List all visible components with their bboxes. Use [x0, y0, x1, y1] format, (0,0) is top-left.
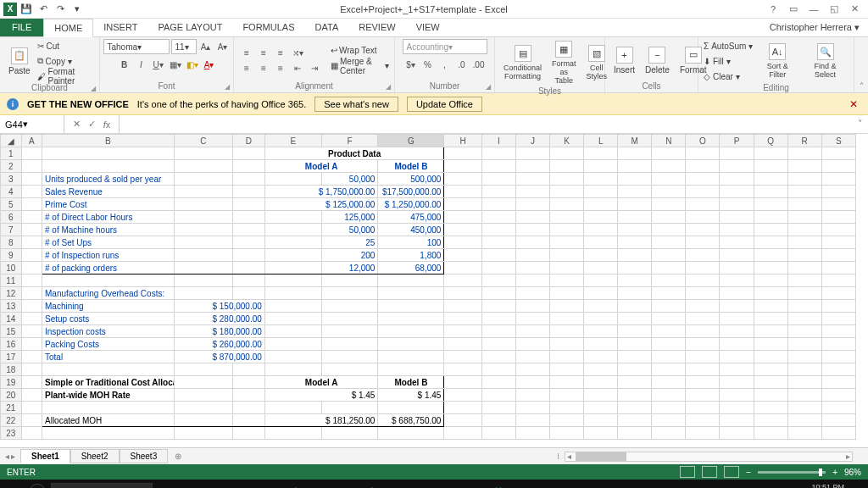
cell-D9[interactable] — [232, 249, 264, 262]
accept-entry-icon[interactable]: ✓ — [85, 119, 98, 130]
cell-P11[interactable] — [720, 274, 754, 287]
clear-button[interactable]: ◇ Clear ▾ — [704, 69, 753, 83]
cell-R7[interactable] — [787, 224, 821, 236]
cell-F17[interactable] — [321, 351, 378, 363]
cell-O14[interactable] — [686, 313, 720, 325]
cell-H2[interactable] — [444, 160, 482, 173]
cell-H21[interactable] — [444, 402, 482, 414]
cell-L3[interactable] — [584, 173, 618, 186]
collapse-ribbon-icon[interactable]: ˄ — [854, 37, 868, 92]
cell-L2[interactable] — [584, 160, 618, 173]
cell-A10[interactable] — [21, 262, 42, 274]
maximize-icon[interactable]: ◱ — [826, 3, 843, 14]
col-header-G[interactable]: G — [378, 135, 444, 147]
cell-E13[interactable] — [264, 300, 321, 313]
cell-E23[interactable] — [264, 427, 321, 440]
cell-S3[interactable] — [821, 173, 855, 186]
cell-D11[interactable] — [232, 274, 264, 287]
cell-I9[interactable] — [481, 249, 515, 262]
ribbon-tab-formulas[interactable]: FORMULAS — [232, 19, 304, 36]
cell-D2[interactable] — [232, 160, 264, 173]
cell-D1[interactable] — [232, 147, 264, 160]
cell-M11[interactable] — [618, 274, 652, 287]
align-bot-icon[interactable]: ≡ — [273, 46, 288, 59]
col-header-A[interactable]: A — [21, 135, 42, 147]
cell-K18[interactable] — [550, 363, 584, 376]
cell-N22[interactable] — [652, 414, 686, 427]
undo-icon[interactable]: ↶ — [36, 2, 51, 17]
cell-K14[interactable] — [550, 313, 584, 325]
cell-I16[interactable] — [481, 338, 515, 351]
orientation-icon[interactable]: ⤭▾ — [290, 46, 305, 59]
cell-N18[interactable] — [652, 363, 686, 376]
find-select-button[interactable]: 🔍Find & Select — [802, 42, 849, 80]
cell-E14[interactable] — [264, 313, 321, 325]
cell-M3[interactable] — [618, 173, 652, 186]
dec-indent-icon[interactable]: ⇤ — [290, 61, 305, 75]
underline-button[interactable]: U ▾ — [151, 58, 166, 71]
cell-M20[interactable] — [618, 389, 652, 402]
cell-O20[interactable] — [686, 389, 720, 402]
cell-I13[interactable] — [481, 300, 515, 313]
cell-L10[interactable] — [584, 262, 618, 274]
cell-G13[interactable] — [378, 300, 444, 313]
align-right-icon[interactable]: ≡ — [273, 61, 288, 75]
ribbon-tab-insert[interactable]: INSERT — [93, 19, 147, 36]
cell-S15[interactable] — [821, 325, 855, 338]
minimize-icon[interactable]: — — [805, 4, 822, 14]
cell-B13[interactable]: Machining — [42, 300, 175, 313]
cell-S22[interactable] — [821, 414, 855, 427]
cell-M15[interactable] — [618, 325, 652, 338]
cell-M10[interactable] — [618, 262, 652, 274]
cell-J3[interactable] — [516, 173, 550, 186]
cell-L15[interactable] — [584, 325, 618, 338]
cell-E8[interactable] — [264, 236, 321, 249]
cell-I1[interactable] — [481, 147, 515, 160]
cell-G17[interactable] — [378, 351, 444, 363]
app-icon[interactable]: a — [336, 483, 356, 488]
cell-A3[interactable] — [21, 173, 42, 186]
cell-I10[interactable] — [481, 262, 515, 274]
cell-B1[interactable] — [42, 147, 175, 160]
cell-I2[interactable] — [481, 160, 515, 173]
cell-P9[interactable] — [720, 249, 754, 262]
cell-K20[interactable] — [550, 389, 584, 402]
cell-P18[interactable] — [720, 363, 754, 376]
cell-Q3[interactable] — [754, 173, 787, 186]
cell-L20[interactable] — [584, 389, 618, 402]
cell-Q22[interactable] — [754, 414, 787, 427]
select-all-corner[interactable]: ◢ — [1, 135, 22, 147]
zoom-in-button[interactable]: + — [832, 468, 837, 477]
cell-K9[interactable] — [550, 249, 584, 262]
cell-L5[interactable] — [584, 198, 618, 211]
cell-P16[interactable] — [720, 338, 754, 351]
cell-N8[interactable] — [652, 236, 686, 249]
cell-B21[interactable] — [42, 402, 175, 414]
cell-C6[interactable] — [174, 211, 232, 224]
cell-G12[interactable] — [378, 287, 444, 300]
cell-P22[interactable] — [720, 414, 754, 427]
cell-F6[interactable]: 125,000 — [321, 211, 378, 224]
cell-N11[interactable] — [652, 274, 686, 287]
cell-N23[interactable] — [652, 427, 686, 440]
cell-B12[interactable]: Manufacturing Overhead Costs: — [42, 287, 175, 300]
cell-M17[interactable] — [618, 351, 652, 363]
cell-H17[interactable] — [444, 351, 482, 363]
cell-I6[interactable] — [481, 211, 515, 224]
zoom-slider[interactable] — [758, 471, 826, 474]
cell-J19[interactable] — [516, 376, 550, 389]
cell-J13[interactable] — [516, 300, 550, 313]
cell-K17[interactable] — [550, 351, 584, 363]
cell-C21[interactable] — [174, 402, 232, 414]
ribbon-tab-review[interactable]: REVIEW — [348, 19, 405, 36]
cell-G19[interactable]: Model B — [378, 376, 444, 389]
cell-P17[interactable] — [720, 351, 754, 363]
cell-E17[interactable] — [264, 351, 321, 363]
dec-decimal-icon[interactable]: .00 — [471, 58, 487, 71]
cell-B20[interactable]: Plant-wide MOH Rate — [42, 389, 175, 402]
cell-O21[interactable] — [686, 402, 720, 414]
cell-K22[interactable] — [550, 414, 584, 427]
cell-P12[interactable] — [720, 287, 754, 300]
cell-G6[interactable]: 475,000 — [378, 211, 444, 224]
cell-M13[interactable] — [618, 300, 652, 313]
